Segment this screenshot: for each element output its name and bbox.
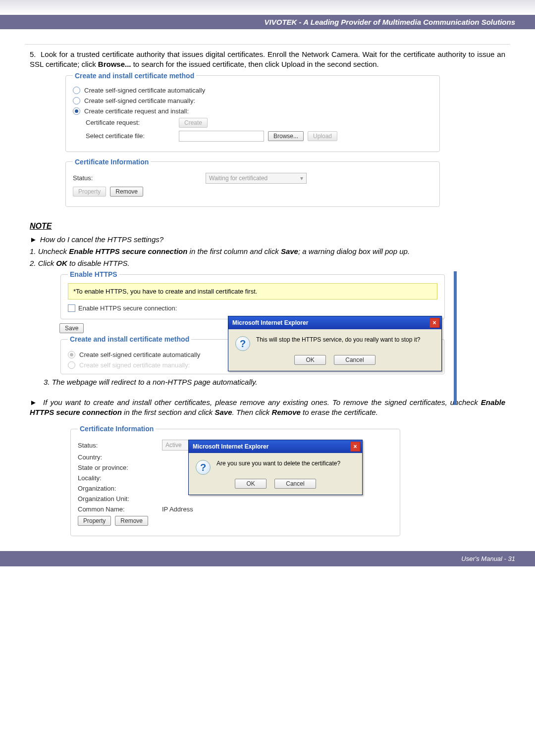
screenshot-create-method: Create and install certificate method Cr… [64, 72, 441, 207]
note-q1-1-pre: 1. Uncheck [30, 247, 69, 255]
note-q1-1-post: ; a warning dialog box will pop up. [298, 247, 410, 255]
legend-cert-info: Certificate Information [73, 158, 151, 166]
note-q1-step2: 2. Click OK to disable HTTPS. [30, 258, 505, 268]
radio-manual-icon-cut [68, 361, 75, 369]
radio-manual-icon [73, 97, 80, 104]
radio-request-icon [73, 107, 80, 115]
close-icon[interactable]: × [429, 318, 439, 328]
ci-status-value: Active [165, 442, 182, 449]
legend-enable-https: Enable HTTPS [68, 270, 119, 278]
cert-info-buttons: Property Remove [73, 187, 432, 197]
radio-manual-row[interactable]: Create self-signed certificate manually: [73, 97, 432, 104]
remove-button[interactable]: Remove [110, 187, 143, 197]
note-q2-b3: Remove [272, 408, 301, 416]
ci-locality-label: Locality: [78, 474, 162, 482]
footer-page-number: User's Manual - 31 [0, 551, 535, 566]
select-file-input[interactable] [179, 131, 264, 142]
status-row: Status: Waiting for certificated ▾ [73, 173, 432, 184]
note-block-1: How do I cancel the HTTPS settings? 1. U… [30, 235, 505, 269]
header-brand: VIVOTEK - A Leading Provider of Multimed… [0, 15, 535, 29]
radio-request-row[interactable]: Create certificate request and install: [73, 107, 432, 115]
ci-state-label: State or province: [78, 464, 162, 471]
radio-auto-row[interactable]: Create self-signed certificate automatic… [73, 87, 432, 94]
legend-cert-info-2: Certificate Information [78, 425, 156, 433]
screenshot-enable-https: Enable HTTPS *To enable HTTPS, you have … [59, 270, 446, 374]
legend-create-method: Create and install certificate method [73, 72, 196, 80]
legend-create-method-2: Create and install certificate method [68, 335, 191, 343]
note-q2: If you want to create and install other … [30, 398, 505, 418]
fieldset-cert-info: Certificate Information Status: Waiting … [65, 158, 440, 207]
dialog-titlebar: Microsoft Internet Explorer × [228, 316, 441, 329]
ci-org-label: Organization: [78, 485, 162, 492]
ok-button[interactable]: OK [294, 355, 325, 365]
note-q1-2-b: OK [56, 259, 67, 267]
checkbox-icon [68, 304, 75, 312]
create-button[interactable]: Create [179, 118, 208, 128]
select-file-row: Select certificate file: Browse... Uploa… [73, 131, 432, 142]
browse-button[interactable]: Browse... [268, 131, 304, 141]
dialog2-body: ? Are you sure you want to delete the ce… [189, 453, 362, 477]
step-5-bold: Browse... [98, 60, 131, 68]
radio-auto-icon-2 [68, 351, 75, 358]
note-q1-2-post: to disable HTTPS. [67, 259, 130, 267]
save-button[interactable]: Save [59, 323, 84, 333]
property-button-2[interactable]: Property [78, 516, 111, 526]
note-q1-2-pre: 2. Click [30, 259, 56, 267]
question-icon: ? [196, 460, 211, 475]
close-icon[interactable]: × [350, 442, 360, 452]
dialog-delete-cert: Microsoft Internet Explorer × ? Are you … [188, 440, 363, 495]
ci-country-label: Country: [78, 454, 162, 461]
upload-button[interactable]: Upload [308, 131, 337, 141]
dialog2-message: Are you sure you want to delete the cert… [216, 460, 340, 467]
cancel-button-2[interactable]: Cancel [274, 479, 316, 489]
status-label: Status: [73, 174, 202, 182]
note-q2-b2: Save [214, 408, 232, 416]
ok-button-2[interactable]: OK [235, 479, 266, 489]
ci-cn-label: Common Name: [78, 505, 162, 513]
note-q1-1-b: Enable HTTPS secure connection [69, 247, 187, 255]
chevron-down-icon: ▾ [300, 175, 303, 182]
radio-manual-label-cut: Create self signed certificate manually: [79, 361, 190, 369]
remove-button-2[interactable]: Remove [115, 516, 148, 526]
fieldset-enable-https: Enable HTTPS *To enable HTTPS, you have … [60, 270, 445, 319]
dialog2-buttons: OK Cancel [189, 477, 362, 495]
dialog-title: Microsoft Internet Explorer [232, 319, 308, 326]
dialog2-title: Microsoft Internet Explorer [193, 443, 268, 450]
ci-cn-value: IP Address [162, 505, 193, 513]
ci-button-row: Property Remove [78, 516, 393, 526]
step-5-text: 5.Look for a trusted certificate authori… [30, 50, 505, 70]
cancel-button[interactable]: Cancel [334, 355, 375, 365]
radio-manual-label: Create self-signed certificate manually: [84, 97, 195, 104]
property-button[interactable]: Property [73, 187, 106, 197]
dialog-message: This will stop the HTTPS service, do you… [256, 336, 420, 343]
top-gradient [0, 0, 535, 15]
dialog2-titlebar: Microsoft Internet Explorer × [189, 440, 362, 453]
ci-orgunit-label: Organization Unit: [78, 495, 162, 503]
note-q1-1-mid: in the first column and click [187, 247, 280, 255]
enable-checkbox-label: Enable HTTPS secure connection: [78, 304, 177, 312]
dialog-buttons: OK Cancel [228, 353, 441, 371]
fieldset-create-method: Create and install certificate method Cr… [65, 72, 440, 152]
note-q2-mid2: . Then click [232, 408, 272, 416]
ci-status-label: Status: [78, 442, 162, 449]
radio-request-label: Create certificate request and install: [84, 107, 189, 115]
step-5-post: to search for the issued certificate, th… [131, 60, 379, 68]
note-q1-step3: 3. The webpage will redirect to a non-HT… [44, 377, 505, 387]
note-q1-1-b2: Save [281, 247, 298, 255]
dialog-stop-https: Microsoft Internet Explorer × ? This wil… [228, 316, 442, 371]
note-q2-mid: in the first section and click [122, 408, 215, 416]
radio-auto-icon [73, 87, 80, 94]
question-icon: ? [235, 336, 250, 351]
step-5-num: 5. [30, 50, 41, 59]
enable-checkbox-row[interactable]: Enable HTTPS secure connection: [68, 304, 437, 312]
radio-auto-label: Create self-signed certificate automatic… [84, 87, 205, 94]
note-q2-post: to erase the certificate. [301, 408, 378, 416]
note-q2-pre: If you want to create and install other … [43, 398, 481, 406]
enable-hint: *To enable HTTPS, you have to create and… [68, 283, 437, 300]
cert-request-label: Certificate request: [86, 119, 175, 126]
blue-callout-bar [454, 271, 457, 405]
status-select[interactable]: Waiting for certificated ▾ [206, 173, 307, 184]
note-block-2: If you want to create and install other … [30, 398, 505, 418]
note-q1-step1: 1. Uncheck Enable HTTPS secure connectio… [30, 247, 505, 256]
cert-request-row: Certificate request: Create [73, 118, 432, 128]
